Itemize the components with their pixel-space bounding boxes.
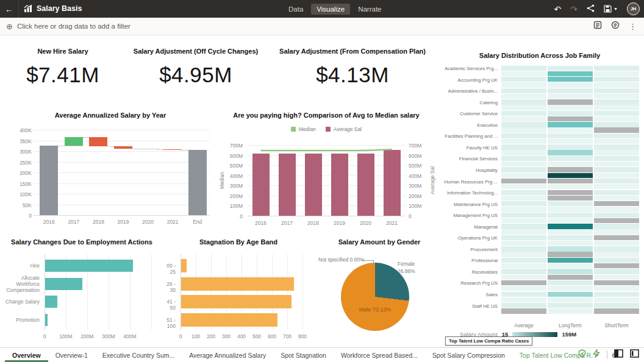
- heatmap-cell[interactable]: [548, 133, 593, 138]
- hbar-1[interactable]: [45, 278, 82, 290]
- heatmap-cell[interactable]: [594, 218, 639, 223]
- heatmap-cell[interactable]: [501, 122, 546, 127]
- redo-icon[interactable]: ↷: [570, 5, 578, 13]
- heatmap-cell[interactable]: [501, 218, 546, 223]
- heatmap-cell[interactable]: [594, 224, 639, 229]
- kpi-tile[interactable]: Salary Adjustment (From Compensation Pla…: [266, 48, 439, 87]
- heatmap-cell[interactable]: [548, 303, 593, 308]
- heatmap-cell[interactable]: [594, 308, 639, 313]
- heatmap-cell[interactable]: [548, 190, 593, 195]
- mode-tab-data[interactable]: Data: [283, 4, 309, 15]
- heatmap-cell[interactable]: [548, 252, 593, 257]
- heatmap-cell[interactable]: [594, 122, 639, 127]
- layout-left-panel-icon[interactable]: [614, 349, 623, 360]
- canvas-tab-overview-1[interactable]: Overview-1: [48, 348, 95, 362]
- heatmap-cell[interactable]: [548, 213, 593, 218]
- hbar-1[interactable]: [181, 277, 294, 291]
- heatmap-cell[interactable]: [594, 241, 639, 246]
- heatmap-cell[interactable]: [501, 297, 546, 302]
- auto-insights-icon[interactable]: [593, 349, 600, 360]
- heatmap-cell[interactable]: [548, 201, 593, 206]
- heatmap-cell[interactable]: [594, 201, 639, 206]
- heatmap-cell[interactable]: [501, 235, 546, 240]
- heatmap-cell[interactable]: [548, 275, 593, 280]
- heatmap-cell[interactable]: [501, 133, 546, 138]
- heatmap-cell[interactable]: [501, 213, 546, 218]
- heatmap-cell[interactable]: [501, 201, 546, 206]
- heatmap-cell[interactable]: [501, 88, 546, 93]
- heatmap-cell[interactable]: [501, 173, 546, 178]
- heatmap-cell[interactable]: [501, 116, 546, 121]
- heatmap-cell[interactable]: [594, 82, 639, 87]
- heatmap-cell[interactable]: [548, 280, 593, 285]
- heatmap-cell[interactable]: [501, 269, 546, 274]
- heatmap-cell[interactable]: [594, 133, 639, 138]
- filter-controls-icon[interactable]: [593, 21, 602, 32]
- kpi-tile[interactable]: Salary Adjustment (Off Cycle Changes)$4.…: [126, 48, 266, 87]
- bar-2016[interactable]: [252, 154, 270, 216]
- heatmap-cell[interactable]: [501, 190, 546, 195]
- hbar-0[interactable]: [181, 259, 187, 272]
- heatmap-cell[interactable]: [501, 94, 546, 99]
- heatmap-cell[interactable]: [594, 275, 639, 280]
- heatmap-cell[interactable]: [548, 196, 593, 201]
- chart-stagnation-by-age-band[interactable]: Stagnation By Age Band 01002003004005006…: [160, 238, 317, 347]
- heatmap-cell[interactable]: [548, 224, 593, 229]
- heatmap-cell[interactable]: [501, 224, 546, 229]
- heatmap-cell[interactable]: [501, 150, 546, 155]
- heatmap-cell[interactable]: [548, 71, 593, 76]
- heatmap-cell[interactable]: [501, 280, 546, 285]
- heatmap-cell[interactable]: [594, 184, 639, 189]
- heatmap-cell[interactable]: [548, 167, 593, 172]
- heatmap-cell[interactable]: [594, 144, 639, 149]
- heatmap-cell[interactable]: [594, 94, 639, 99]
- heatmap-cell[interactable]: [501, 252, 546, 257]
- heatmap-cell[interactable]: [501, 66, 546, 71]
- heatmap-cell[interactable]: [594, 161, 639, 166]
- heatmap-cell[interactable]: [594, 105, 639, 110]
- heatmap-cell[interactable]: [501, 156, 546, 161]
- hbar-0[interactable]: [45, 260, 133, 272]
- heatmap-cell[interactable]: [548, 286, 593, 291]
- heatmap-cell[interactable]: [548, 308, 593, 313]
- heatmap-cell[interactable]: [548, 292, 593, 297]
- heatmap-cell[interactable]: [548, 258, 593, 263]
- heatmap-cell[interactable]: [548, 116, 593, 121]
- heatmap-cell[interactable]: [594, 179, 639, 183]
- heatmap-cell[interactable]: [548, 184, 593, 189]
- heatmap-cell[interactable]: [548, 144, 593, 149]
- heatmap-cell[interactable]: [594, 258, 639, 263]
- layout-thin-panel-icon[interactable]: [630, 349, 639, 360]
- heatmap-cell[interactable]: [594, 173, 639, 178]
- heatmap-cell[interactable]: [501, 196, 546, 201]
- heatmap-cell[interactable]: [501, 241, 546, 246]
- hbar-3[interactable]: [45, 314, 48, 326]
- heatmap-cell[interactable]: [548, 207, 593, 211]
- chart-salary-amount-by-gender[interactable]: Salary Amount by Gender Not specified 0.…: [318, 238, 440, 347]
- heatmap-cell[interactable]: [501, 179, 546, 183]
- waterfall-bar-2019[interactable]: [114, 146, 132, 149]
- heatmap-cell[interactable]: [548, 263, 593, 268]
- heatmap-cell[interactable]: [594, 139, 639, 144]
- heatmap-cell[interactable]: [501, 229, 546, 234]
- canvas-tab-workforce-spread-based-[interactable]: Workforce Spread Based...: [334, 348, 425, 362]
- heatmap-cell[interactable]: [594, 297, 639, 302]
- heatmap-cell[interactable]: [548, 77, 593, 82]
- heatmap-cell[interactable]: [501, 246, 546, 251]
- hbar-2[interactable]: [181, 295, 292, 308]
- heatmap-cell[interactable]: [501, 111, 546, 116]
- heatmap-cell[interactable]: [501, 99, 546, 104]
- heatmap-cell[interactable]: [548, 94, 593, 99]
- heatmap-cell[interactable]: [501, 303, 546, 308]
- heatmap-cell[interactable]: [548, 161, 593, 166]
- chart-salary-changes-employment-actions[interactable]: Salary Changes Due to Employment Actions…: [5, 238, 159, 347]
- heatmap-cell[interactable]: [548, 66, 593, 71]
- heatmap-cell[interactable]: [594, 213, 639, 218]
- user-avatar[interactable]: JH: [627, 2, 640, 15]
- heatmap-cell[interactable]: [501, 167, 546, 172]
- pinned-filters-icon[interactable]: [611, 21, 620, 32]
- save-caret-icon[interactable]: ▼: [614, 7, 618, 11]
- heatmap-cell[interactable]: [501, 127, 546, 132]
- heatmap-cell[interactable]: [594, 127, 639, 132]
- waterfall-bar-End[interactable]: [188, 150, 207, 215]
